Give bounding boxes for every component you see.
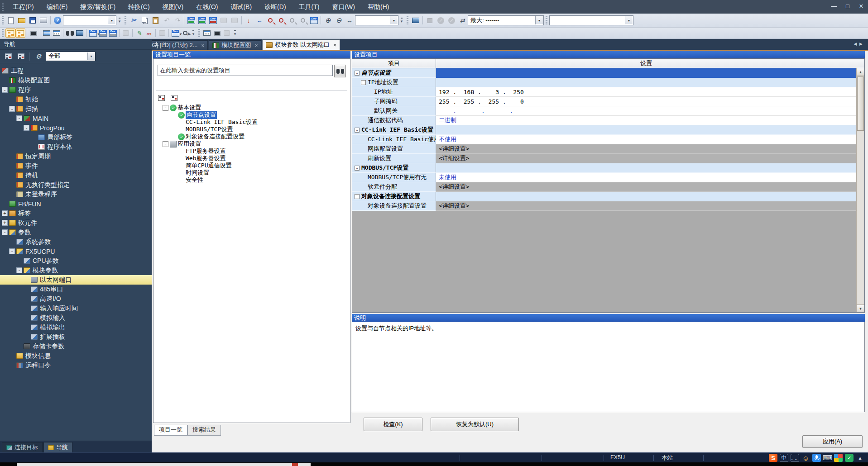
navigation-window-toggle[interactable] (5, 29, 15, 38)
toolbar-overflow-button[interactable] (398, 16, 405, 25)
nav-filter-combo[interactable]: 全部 (46, 52, 96, 61)
list-item-application-settings[interactable]: -应用设置 (154, 140, 349, 147)
minimize-icon[interactable] (827, 1, 841, 13)
grid-value-cell[interactable] (436, 163, 864, 173)
sort-tree-button[interactable] (15, 52, 26, 62)
menu-online[interactable]: 在线(O) (190, 0, 224, 14)
help-button[interactable] (52, 15, 63, 25)
nav-item-highspeed-io[interactable]: 高速I/O (0, 294, 152, 304)
nav-item-program[interactable]: -程序 (0, 85, 152, 95)
nav-item-device[interactable]: +软元件 (0, 218, 152, 228)
nav-item-label[interactable]: +标签 (0, 209, 152, 218)
menu-search-replace[interactable]: 搜索/替换(F) (74, 0, 122, 14)
menu-diagnostics[interactable]: 诊断(D) (258, 0, 292, 14)
list-item-time-setting[interactable]: 时间设置 (154, 169, 349, 176)
microphone-icon[interactable] (812, 454, 821, 462)
close-icon[interactable] (330, 42, 336, 48)
tab-item-list[interactable]: 项目一览 (154, 425, 187, 436)
nav-item-expansion-board[interactable]: 扩展插板 (0, 332, 152, 342)
restore-default-button[interactable]: 恢复为默认(U) (431, 418, 519, 431)
note-list-button[interactable] (52, 29, 62, 38)
collapse-tree-button[interactable] (3, 52, 14, 62)
list-item-basic-settings[interactable]: -基本设置 (154, 104, 349, 111)
list-item-web-server[interactable]: Web服务器设置 (154, 155, 349, 162)
grid-row-default-gateway[interactable]: 默认网关 . . . (352, 106, 864, 116)
toolbar-overflow-button[interactable] (232, 29, 238, 38)
tray-expand-icon[interactable] (856, 454, 864, 462)
check-button-1[interactable] (435, 15, 446, 25)
device-search-button-1[interactable] (265, 15, 276, 25)
online-read-button[interactable] (254, 15, 265, 25)
keyboard-icon[interactable] (823, 454, 832, 462)
nav-item-analog-output[interactable]: 模拟输出 (0, 323, 152, 332)
apply-button[interactable]: 应用(A) (802, 435, 863, 448)
grid-value-cell[interactable] (436, 192, 864, 201)
menu-help[interactable]: 帮助(H) (361, 0, 395, 14)
nav-item-event[interactable]: 事件 (0, 161, 152, 171)
ime-punctuation-icon[interactable]: ，。 (791, 454, 799, 462)
ime-language-icon[interactable]: 中 (780, 454, 788, 462)
open-project-button[interactable] (16, 15, 27, 25)
subnet-mask-value[interactable]: 255 . 255 . 255 . 0 (436, 97, 864, 106)
grid-row-comm-data-code[interactable]: 通信数据代码二进制 (352, 116, 864, 125)
grid-row-target-device-config[interactable]: 对象设备连接配置设置<详细设置> (352, 201, 864, 211)
list-item-cclink[interactable]: CC-Link IEF Basic设置 (154, 119, 349, 126)
save-project-button[interactable] (27, 15, 38, 25)
step-run-button[interactable] (410, 15, 421, 25)
device-network-button[interactable] (108, 29, 118, 38)
tab-search-result[interactable]: 搜索结果 (187, 425, 221, 436)
cross-reference-button[interactable] (121, 29, 131, 38)
tab-module-config[interactable]: 模块配置图 (209, 40, 261, 50)
io-check-button[interactable] (144, 29, 154, 38)
sogou-ime-icon[interactable]: S (769, 454, 777, 462)
device-dropdown-button[interactable] (88, 29, 98, 38)
nav-item-remote-password[interactable]: 远程口令 (0, 361, 152, 370)
toolbar-overflow-button[interactable] (116, 16, 123, 25)
nav-item-memory-card-param[interactable]: 存储卡参数 (0, 342, 152, 351)
grid-row-network-config[interactable]: 网络配置设置<详细设置> (352, 144, 864, 154)
nav-item-fb-fun[interactable]: FB/FUN (0, 199, 152, 209)
chevron-down-icon[interactable] (87, 52, 95, 60)
chevron-down-icon[interactable] (108, 16, 115, 24)
stop-button[interactable] (424, 15, 435, 25)
nav-item-module-param[interactable]: -模块参数 (0, 266, 152, 275)
menu-window[interactable]: 窗口(W) (326, 0, 361, 14)
nav-item-fixed-cycle[interactable]: 恒定周期 (0, 152, 152, 161)
refresh-settings-value[interactable]: <详细设置> (436, 154, 864, 163)
nav-item-initial[interactable]: 初始 (0, 95, 152, 104)
comm-data-code-value[interactable]: 二进制 (436, 116, 864, 125)
device-search-button-2[interactable] (276, 15, 287, 25)
menu-edit[interactable]: 编辑(E) (40, 0, 74, 14)
list-item-own-node[interactable]: 自节点设置 (154, 111, 349, 119)
online-write-button[interactable] (243, 15, 254, 25)
statement-list-button[interactable] (42, 29, 52, 38)
modbus-use-value[interactable]: 未使用 (436, 173, 864, 182)
grid-row-modbus-use[interactable]: MODBUS/TCP使用有无未使用 (352, 173, 864, 182)
menu-project[interactable]: 工程(P) (6, 0, 40, 14)
project-combo[interactable] (63, 15, 116, 25)
pin-icon[interactable] (154, 41, 159, 47)
check-button-2[interactable] (446, 15, 457, 25)
nav-item-local-label[interactable]: 局部标签 (0, 133, 152, 142)
nav-item-unregistered-program[interactable]: 未登录程序 (0, 190, 152, 199)
module-config-button[interactable] (29, 29, 38, 38)
grid-row-ip-settings[interactable]: -IP地址设置 (352, 78, 864, 87)
nav-settings-button[interactable] (33, 52, 44, 62)
nav-item-485-serial[interactable]: 485串口 (0, 285, 152, 294)
menu-tools[interactable]: 工具(T) (293, 0, 326, 14)
nav-item-module-config[interactable]: 模块配置图 (0, 76, 152, 85)
shield-icon[interactable] (845, 454, 854, 462)
ip-address-value[interactable]: 192 . 168 . 3 . 250 (436, 87, 864, 97)
emoji-icon[interactable] (801, 454, 810, 462)
grid-row-cclink-group[interactable]: -CC-Link IEF Basic设置 (352, 125, 864, 135)
grid-row-own-node[interactable]: -自节点设置 (352, 68, 864, 78)
setting-search-input[interactable] (158, 65, 333, 76)
grid-row-device-assignment[interactable]: 软元件分配<详细设置> (352, 182, 864, 192)
nav-item-fx5ucpu[interactable]: -FX5UCPU (0, 247, 152, 256)
tab-scroll-arrows[interactable]: ◀▶ (854, 42, 865, 46)
undo-button[interactable] (161, 15, 172, 25)
list-item-ftp-server[interactable]: FTP服务器设置 (154, 147, 349, 155)
list-item-security[interactable]: 安全性 (154, 176, 349, 184)
chevron-down-icon[interactable] (535, 16, 543, 24)
list-item-modbus[interactable]: MODBUS/TCP设置 (154, 126, 349, 133)
